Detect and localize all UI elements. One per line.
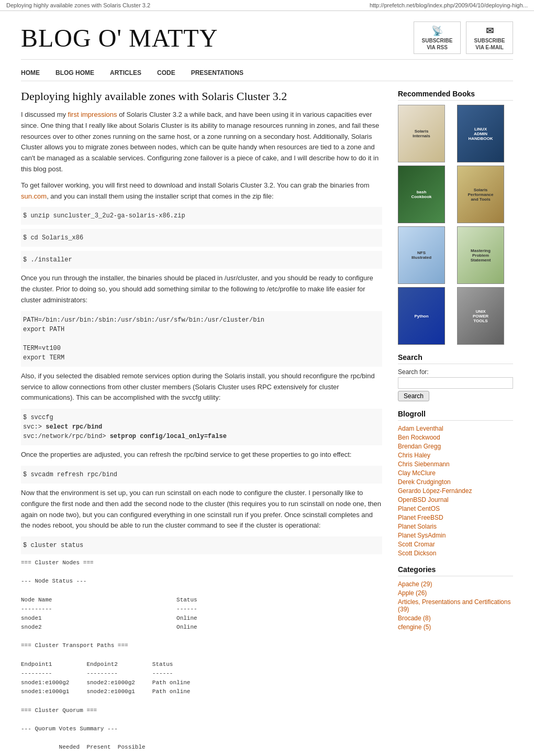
blogroll-link[interactable]: Clay McClure: [398, 469, 436, 477]
first-impressions-link[interactable]: first impressions: [68, 111, 117, 118]
book-solaris-internals[interactable]: SolarisInternals: [398, 105, 445, 162]
nav-item-presentations[interactable]: PRESENTATIONS: [191, 69, 243, 76]
code-svcadm: $ svcadm refresh rpc/bind: [21, 466, 382, 484]
blogroll-item: Gerardo López-Fernández: [398, 487, 513, 495]
code-cd: $ cd Solaris_x86: [21, 229, 382, 247]
category-link[interactable]: Brocade (8): [398, 615, 431, 622]
blogroll-item: Derek Crudgington: [398, 478, 513, 486]
book-label-master: MasteringProblemStatement: [469, 246, 493, 265]
blogroll-link[interactable]: Scott Cromar: [398, 541, 435, 548]
blogroll-item: Brendan Gregg: [398, 443, 513, 450]
book-nfs[interactable]: NFSIllustrated: [398, 226, 445, 284]
book-bash[interactable]: bashCookbook: [398, 166, 445, 223]
book-solaris-perf[interactable]: SolarisPerformanceand Tools: [457, 166, 504, 223]
blogroll-item: Scott Dickson: [398, 550, 513, 557]
subscribe-rss-button[interactable]: 📡 SUBSCRIBE VIA RSS: [414, 21, 461, 54]
blogroll-link[interactable]: Chris Haley: [398, 452, 430, 459]
blogroll-item: Clay McClure: [398, 469, 513, 477]
blogroll-link[interactable]: OpenBSD Journal: [398, 496, 449, 503]
book-python[interactable]: Python: [398, 287, 445, 345]
code-cluster-status: $ cluster status: [21, 536, 382, 554]
category-link[interactable]: Articles, Presentations and Certificatio…: [398, 598, 510, 613]
subscribe-email-button[interactable]: ✉ SUBSCRIBE VIA E-MAIL: [466, 21, 513, 54]
book-label-python: Python: [412, 312, 430, 321]
sun-com-link[interactable]: sun.com: [21, 192, 47, 200]
search-input[interactable]: [398, 377, 513, 389]
article-body: I discussed my first impressions of Sola…: [21, 109, 382, 756]
blogroll-list: Adam LeventhalBen RockwoodBrendan GreggC…: [398, 425, 513, 557]
book-linux-handbook[interactable]: LINUXADMINHANDBOOK: [457, 105, 504, 162]
blogroll-link[interactable]: Derek Crudgington: [398, 478, 451, 486]
blogroll-item: Ben Rockwood: [398, 434, 513, 441]
search-button[interactable]: Search: [398, 391, 429, 401]
subscribe-area: 📡 SUBSCRIBE VIA RSS ✉ SUBSCRIBE VIA E-MA…: [414, 21, 513, 54]
article-para-scinstall: Now that the environment is set up, you …: [21, 488, 382, 531]
category-link[interactable]: Apple (26): [398, 589, 427, 597]
subscribe-rss-sublabel: VIA RSS: [427, 45, 448, 50]
blogroll-link[interactable]: Brendan Gregg: [398, 443, 441, 450]
categories-list: Apache (29)Apple (26)Articles, Presentat…: [398, 580, 513, 631]
article-para-1: I discussed my first impressions of Sola…: [21, 109, 382, 175]
browser-url: http://prefetch.net/blog/index.php/2009/…: [370, 2, 528, 8]
blogroll-link[interactable]: Planet SysAdmin: [398, 532, 446, 539]
category-item: Articles, Presentations and Certificatio…: [398, 598, 513, 613]
blogroll-item: Planet SysAdmin: [398, 532, 513, 539]
recommended-books-title: Recommended Books: [398, 90, 513, 101]
nav-item-blog-home[interactable]: BLOG HOME: [55, 69, 94, 76]
category-item: Apple (26): [398, 589, 513, 597]
blogroll-link[interactable]: Adam Leventhal: [398, 425, 443, 432]
content-area: Deploying highly available zones with So…: [21, 90, 382, 756]
blogroll-link[interactable]: Planet Solaris: [398, 523, 437, 530]
blogroll-item: OpenBSD Journal: [398, 496, 513, 503]
blogroll-item: Chris Haley: [398, 452, 513, 459]
sidebar: Recommended Books SolarisInternals LINUX…: [398, 90, 513, 756]
sidebar-blogroll: Blogroll Adam LeventhalBen RockwoodBrend…: [398, 410, 513, 557]
code-path: PATH=/bin:/usr/bin:/sbin:/usr/sbin:/usr/…: [21, 311, 382, 367]
blogroll-item: Chris Siebenmann: [398, 461, 513, 468]
blogroll-item: Adam Leventhal: [398, 425, 513, 432]
subscribe-rss-label: SUBSCRIBE: [422, 38, 453, 43]
book-unix-power[interactable]: UNIXPOWERTOOLS: [457, 287, 504, 345]
site-header: BLOG O' MATTY 📡 SUBSCRIBE VIA RSS ✉ SUBS…: [21, 16, 513, 60]
cluster-output: === Cluster Nodes === --- Node Status --…: [21, 558, 382, 756]
article-para-svccfg: Also, if you selected the disabled remot…: [21, 371, 382, 403]
sidebar-search: Search Search for: Search: [398, 353, 513, 401]
code-unzip: $ unzip suncluster_3_2u2-ga-solaris-x86.…: [21, 207, 382, 225]
book-master[interactable]: MasteringProblemStatement: [457, 226, 504, 284]
category-item: Brocade (8): [398, 615, 513, 622]
blogroll-link[interactable]: Planet CentOS: [398, 505, 440, 512]
article-title: Deploying highly available zones with So…: [21, 90, 382, 103]
nav-item-home[interactable]: HOME: [21, 69, 40, 76]
blogroll-link[interactable]: Gerardo López-Fernández: [398, 487, 472, 495]
nav-item-code[interactable]: CODE: [157, 69, 175, 76]
categories-title: Categories: [398, 565, 513, 576]
nav-item-articles[interactable]: ARTICLES: [110, 69, 141, 76]
code-installer: $ ./installer: [21, 251, 382, 269]
main-layout: Deploying highly available zones with So…: [21, 90, 513, 756]
article-para-3: Once you run through the installer, the …: [21, 273, 382, 305]
blogroll-link[interactable]: Planet FreeBSD: [398, 514, 443, 521]
article-para-2: To get failover working, you will first …: [21, 180, 382, 202]
category-item: Apache (29): [398, 580, 513, 588]
category-link[interactable]: Apache (29): [398, 580, 432, 588]
category-item: cfengine (5): [398, 623, 513, 631]
browser-title: Deploying highly available zones with So…: [6, 2, 150, 8]
blogroll-item: Planet CentOS: [398, 505, 513, 512]
book-label-nfs: NFSIllustrated: [409, 248, 433, 262]
search-label: Search for:: [398, 368, 513, 376]
blogroll-item: Planet FreeBSD: [398, 514, 513, 521]
code-svccfg: $ svccfg svc:> select rpc/bind svc:/netw…: [21, 409, 382, 445]
page-header-bar: Deploying highly available zones with So…: [0, 0, 534, 11]
search-title: Search: [398, 353, 513, 364]
sidebar-recommended-books: Recommended Books SolarisInternals LINUX…: [398, 90, 513, 345]
blogroll-link[interactable]: Ben Rockwood: [398, 434, 440, 441]
blogroll-link[interactable]: Chris Siebenmann: [398, 461, 450, 468]
blogroll-link[interactable]: Scott Dickson: [398, 550, 436, 557]
site-title: BLOG O' MATTY: [21, 24, 218, 52]
subscribe-email-sublabel: VIA E-MAIL: [475, 45, 504, 50]
article-para-properties: Once the properties are adjusted, you ca…: [21, 450, 382, 461]
book-label-solaris-perf: SolarisPerformanceand Tools: [466, 185, 496, 204]
book-label-solaris-internals: SolarisInternals: [410, 127, 432, 140]
subscribe-email-label: SUBSCRIBE: [474, 38, 505, 43]
category-link[interactable]: cfengine (5): [398, 623, 431, 631]
